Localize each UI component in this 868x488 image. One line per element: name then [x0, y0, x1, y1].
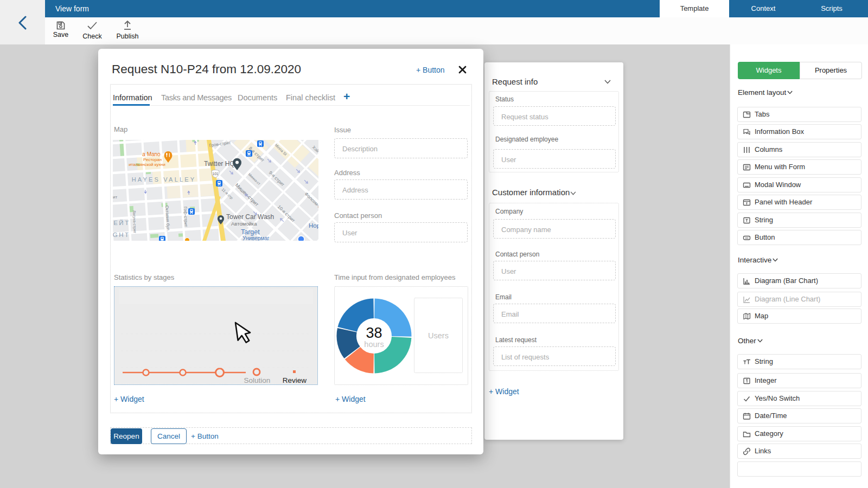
svg-text:ит: ит	[113, 195, 117, 200]
svg-text:Автомойка: Автомойка	[231, 221, 257, 227]
svg-text:hours: hours	[364, 340, 384, 349]
svg-text:Review: Review	[283, 376, 307, 384]
svg-text:КЕЙТ: КЕЙТ	[113, 220, 130, 226]
svg-text:Нор: Нор	[309, 222, 318, 229]
svg-text:101: 101	[213, 172, 219, 176]
svg-text:HAYES VALLEY: HAYES VALLEY	[132, 176, 196, 183]
svg-text:Гоф-стрит: Гоф-стрит	[183, 207, 188, 227]
svg-text:Twitter HQ: Twitter HQ	[204, 160, 235, 168]
svg-text:38: 38	[366, 325, 382, 341]
svg-text:Tower Car Wash: Tower Car Wash	[226, 213, 274, 221]
svg-text:Target: Target	[241, 228, 260, 236]
svg-text:a Mano: a Mano	[142, 151, 161, 157]
svg-text:Solution: Solution	[244, 376, 271, 384]
svg-text:Ресторан: Ресторан	[143, 157, 162, 162]
svg-text:AIGHT: AIGHT	[113, 232, 130, 238]
svg-text:итальянской кухни: итальянской кухни	[129, 162, 165, 167]
svg-text:Универмаг: Универмаг	[242, 235, 270, 241]
